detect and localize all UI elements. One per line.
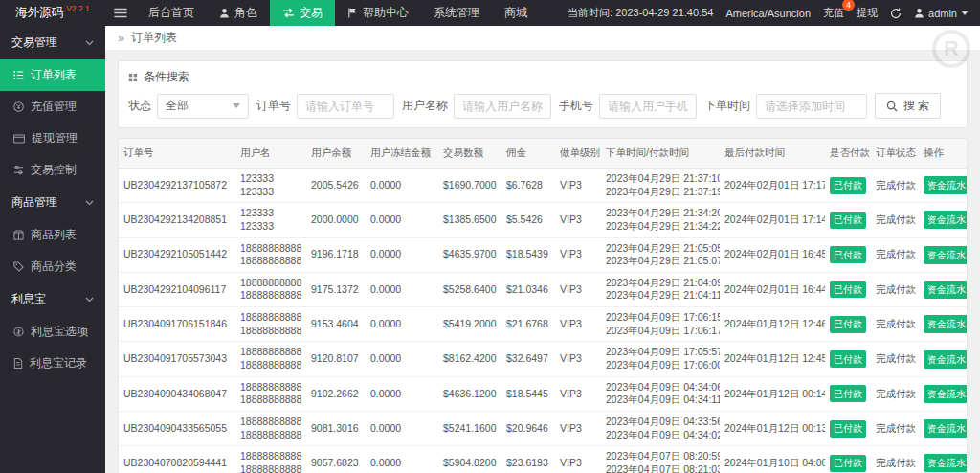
sidebar-menu: 交易管理订单列表充值管理提现管理交易控制商品管理商品列表商品分类利息宝利息宝选项… <box>0 26 105 379</box>
nav-item-label: 商城 <box>504 5 527 21</box>
username-cell-line1: 18888888888 <box>240 416 301 429</box>
sidebar-section-trade-mgmt[interactable]: 交易管理 <box>0 26 105 59</box>
sidebar-item-label: 商品列表 <box>31 227 77 243</box>
nav-item-system[interactable]: 系统管理 <box>421 0 492 26</box>
order-no-input[interactable] <box>297 94 394 119</box>
username-cell: 1888888888818888888888 <box>235 446 306 473</box>
last-pay-time-cell: 2024年02月01日 16:45:05 <box>720 237 825 272</box>
last-pay-time-cell: 2024年01月12日 00:13:56 <box>720 411 825 445</box>
trade-amount-cell: $1385.6500 <box>438 203 501 237</box>
order-status-cell: 完成付款 <box>871 342 919 376</box>
sidebar-item-interest-records[interactable]: 利息宝记录 <box>0 348 105 379</box>
username-cell-line2: 18888888888 <box>240 359 301 372</box>
menu-toggle-icon[interactable] <box>105 0 136 26</box>
top-nav: 后台首页角色交易帮助中心系统管理商城 <box>136 0 540 26</box>
paid-badge: 已付款 <box>830 212 866 229</box>
order-row: UB23042921050514421888888888818888888888… <box>119 237 968 272</box>
phone-field: 手机号 <box>559 94 697 119</box>
level-cell: VIP3 <box>555 446 601 473</box>
sidebar-item-withdraw-mgmt[interactable]: 提现管理 <box>0 123 105 154</box>
nav-item-roles[interactable]: 角色 <box>207 0 270 26</box>
nav-item-trade[interactable]: 交易 <box>270 0 335 26</box>
trade-amount-cell: $5258.6400 <box>438 272 501 306</box>
phone-input[interactable] <box>599 94 697 119</box>
search-row: 状态 全部 订单号 用户名称 手机号 <box>128 93 957 119</box>
refresh-button[interactable] <box>890 8 902 19</box>
order-pay-time-cell-line1: 2023年04月07日 08:20:59 <box>606 450 715 463</box>
sidebar-item-label: 充值管理 <box>31 99 77 115</box>
nav-item-home[interactable]: 后台首页 <box>136 0 207 26</box>
grid-icon <box>128 73 138 82</box>
commission-cell: $18.5439 <box>501 237 555 272</box>
pay-status-cell: 已付款 <box>825 411 871 445</box>
frozen-amount-cell: 0.0000 <box>366 446 438 473</box>
fund-flow-button[interactable]: 资金流水 <box>924 454 968 472</box>
withdraw-link[interactable]: 提现 <box>857 6 878 20</box>
orders-table: 订单号用户名用户余额用户冻结金额交易数额佣金做单级别下单时间/付款时间最后付款时… <box>119 139 968 473</box>
brand-watermark: R <box>932 30 970 68</box>
column-header: 最后付款时间 <box>720 139 825 169</box>
main-area: » 订单列表 R 条件搜索 状态 全部 订单号 <box>105 26 980 473</box>
order-pay-time-cell: 2023年04月29日 21:05:052023年04月29日 21:05:07 <box>601 237 720 272</box>
refresh-icon <box>890 8 902 19</box>
fund-flow-button[interactable]: 资金流水 <box>924 315 968 333</box>
pay-status-cell: 已付款 <box>825 237 871 272</box>
trade-amount-cell: $4635.9700 <box>438 237 501 272</box>
order-time-input[interactable] <box>756 94 867 119</box>
sidebar-item-order-list[interactable]: 订单列表 <box>0 59 105 91</box>
search-icon <box>886 101 898 112</box>
sidebar-item-trade-control[interactable]: 交易控制 <box>0 154 105 186</box>
sidebar-item-recharge-mgmt[interactable]: 充值管理 <box>0 91 105 123</box>
order-row: UB23042921342088511233331233332000.00000… <box>119 203 968 237</box>
admin-menu[interactable]: admin <box>914 8 969 19</box>
trade-amount-cell: $4636.1200 <box>438 376 501 411</box>
commission-cell: $6.7628 <box>501 169 555 203</box>
fund-flow-button[interactable]: 资金流水 <box>924 385 968 403</box>
order-pay-time-cell-line2: 2023年04月29日 21:05:07 <box>606 255 715 268</box>
username-cell: 1888888888818888888888 <box>235 307 306 342</box>
balance-cell: 9102.2662 <box>306 376 366 411</box>
paid-badge: 已付款 <box>830 420 866 438</box>
sidebar-section-interest[interactable]: 利息宝 <box>0 282 105 316</box>
search-button[interactable]: 搜 索 <box>875 93 941 119</box>
status-select[interactable]: 全部 <box>157 94 249 119</box>
column-header: 做单级别 <box>555 139 601 169</box>
app-version: V2.2.1 <box>66 4 90 13</box>
order-row: UB23040708205944411888888888818888888888… <box>119 446 968 473</box>
order-pay-time-cell-line1: 2023年04月09日 04:33:56 <box>606 416 715 429</box>
order-no-cell: UB2304292134208851 <box>119 203 235 237</box>
fund-flow-button[interactable]: 资金流水 <box>924 281 968 299</box>
control-icon <box>13 165 24 175</box>
username-cell-line2: 18888888888 <box>240 289 301 303</box>
balance-cell: 9120.8107 <box>306 342 366 376</box>
order-no-cell: UB2304292104096117 <box>119 272 235 306</box>
sidebar-item-interest-options[interactable]: 利息宝选项 <box>0 316 105 348</box>
username-input[interactable] <box>454 94 551 119</box>
paid-badge: 已付款 <box>830 246 866 263</box>
recharge-badge: 4 <box>842 0 855 11</box>
nav-item-mall[interactable]: 商城 <box>492 0 540 26</box>
fund-flow-button[interactable]: 资金流水 <box>924 350 968 369</box>
username-cell: 1888888888818888888888 <box>235 342 306 376</box>
sidebar-item-label: 利息宝记录 <box>30 355 87 372</box>
nav-item-help[interactable]: 帮助中心 <box>335 0 421 26</box>
sidebar-item-label: 提现管理 <box>32 130 78 146</box>
sidebar-item-goods-list[interactable]: 商品列表 <box>0 219 105 251</box>
fund-flow-button[interactable]: 资金流水 <box>924 211 968 229</box>
fund-flow-button[interactable]: 资金流水 <box>924 176 968 194</box>
column-header: 下单时间/付款时间 <box>601 139 720 169</box>
action-cell: 资金流水 <box>919 307 968 342</box>
fund-flow-button[interactable]: 资金流水 <box>924 246 968 264</box>
level-cell: VIP3 <box>555 342 601 376</box>
order-pay-time-cell-line2: 2023年04月29日 21:37:19 <box>606 186 715 199</box>
recharge-link[interactable]: 充值 4 <box>823 6 844 20</box>
order-no-cell: UB2304091705573043 <box>119 342 235 376</box>
balance-cell: 9081.3016 <box>306 411 366 445</box>
table-body: UB23042921371058721233331233332005.54260… <box>119 169 968 473</box>
recharge-label: 充值 <box>823 6 844 20</box>
frozen-amount-cell: 0.0000 <box>366 237 438 272</box>
sidebar-section-goods-mgmt[interactable]: 商品管理 <box>0 186 105 219</box>
fund-flow-button[interactable]: 资金流水 <box>924 419 968 438</box>
caret-down-icon <box>961 11 969 15</box>
sidebar-item-goods-category[interactable]: 商品分类 <box>0 251 105 282</box>
